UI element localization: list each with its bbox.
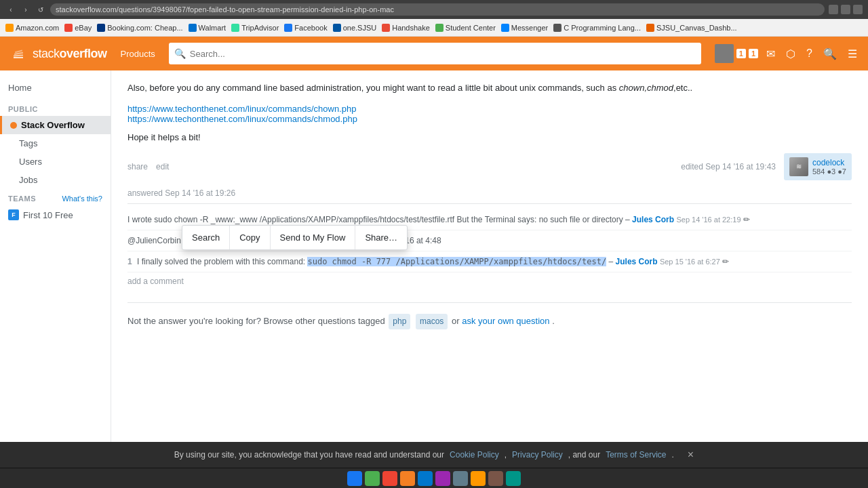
left-sidebar: Home PUBLIC Stack Overflow Tags Users Jo… bbox=[0, 70, 111, 468]
bookmark-amazon[interactable]: Amazon.com bbox=[5, 24, 59, 32]
context-share[interactable]: Share… bbox=[355, 226, 407, 250]
privacy-policy-link[interactable]: Privacy Policy bbox=[512, 450, 563, 460]
dock-icon-5[interactable] bbox=[418, 471, 433, 486]
forward-button[interactable]: › bbox=[20, 4, 31, 15]
whats-this-link[interactable]: What's this? bbox=[62, 195, 102, 203]
dock-icon-7[interactable] bbox=[453, 471, 468, 486]
dock-icon-1[interactable] bbox=[347, 471, 362, 486]
amazon-icon bbox=[5, 24, 14, 32]
bookmark-tripadvisor[interactable]: TripAdvisor bbox=[231, 24, 279, 32]
search-icon-header[interactable]: 🔍 bbox=[821, 45, 840, 63]
mac-dock bbox=[0, 468, 868, 488]
team-icon: F bbox=[8, 209, 19, 220]
content-area: Also, before you do any command line bas… bbox=[111, 70, 868, 468]
dock-icon-2[interactable] bbox=[365, 471, 380, 486]
sidebar-item-stackoverflow[interactable]: Stack Overflow bbox=[0, 116, 111, 134]
context-search[interactable]: Search bbox=[182, 226, 230, 250]
context-copy[interactable]: Copy bbox=[230, 226, 270, 250]
browser-icons bbox=[829, 5, 863, 14]
links-section: https://www.techonthenet.com/linux/comma… bbox=[127, 104, 852, 124]
browser-extension-icon-2 bbox=[841, 5, 850, 14]
inbox-icon[interactable]: ✉ bbox=[764, 45, 778, 63]
hope-text: Hope it helps a bit! bbox=[127, 132, 852, 142]
comment-3-user[interactable]: Jules Corb bbox=[616, 257, 658, 266]
back-button[interactable]: ‹ bbox=[5, 4, 16, 15]
booking-icon bbox=[97, 24, 105, 32]
sidebar-item-users[interactable]: Users bbox=[0, 152, 111, 171]
answerer-rep: 584 ●3 ●7 bbox=[812, 167, 846, 176]
dock-icon-3[interactable] bbox=[382, 471, 397, 486]
bookmark-sjsu[interactable]: one.SJSU bbox=[333, 24, 377, 32]
handshake-icon bbox=[382, 24, 390, 32]
bookmark-walmart[interactable]: Walmart bbox=[189, 24, 226, 32]
comment-2: @JulienCorbin that Search Copy Send to M… bbox=[127, 230, 852, 251]
link-chmod[interactable]: https://www.techonthenet.com/linux/comma… bbox=[127, 114, 357, 124]
tos-link[interactable]: Terms of Service bbox=[606, 450, 666, 460]
messenger-icon bbox=[501, 24, 509, 32]
walmart-icon bbox=[189, 24, 197, 32]
achievements-icon[interactable]: ⬡ bbox=[783, 45, 798, 63]
comments-section: I wrote sudo chown -R _www:_www /Applica… bbox=[127, 203, 852, 272]
cookie-banner: By using our site, you acknowledge that … bbox=[0, 442, 868, 468]
search-bar[interactable]: 🔍 bbox=[169, 43, 701, 64]
dock-icon-4[interactable] bbox=[400, 471, 415, 486]
cprog-icon bbox=[553, 24, 561, 32]
dock-icon-10[interactable] bbox=[506, 471, 521, 486]
help-icon[interactable]: ? bbox=[804, 45, 815, 62]
comment-1-user[interactable]: Jules Corb bbox=[632, 215, 674, 224]
so-logo[interactable]: stackoverflow bbox=[8, 43, 107, 64]
comment-3: 1 I finally solved the problem with this… bbox=[127, 251, 852, 272]
sidebar-item-home[interactable]: Home bbox=[0, 79, 111, 97]
teams-header: TEAMS What's this? bbox=[0, 189, 111, 205]
refresh-button[interactable]: ↺ bbox=[35, 4, 46, 15]
ask-own-question-link[interactable]: ask your own question bbox=[462, 316, 549, 326]
answer-intro-text: Also, before you do any command line bas… bbox=[127, 81, 852, 96]
dock-icon-8[interactable] bbox=[471, 471, 486, 486]
main-container: Home PUBLIC Stack Overflow Tags Users Jo… bbox=[0, 70, 868, 468]
menu-icon[interactable]: ☰ bbox=[845, 45, 860, 63]
link-chown[interactable]: https://www.techonthenet.com/linux/comma… bbox=[127, 104, 356, 114]
bookmark-student[interactable]: Student Center bbox=[435, 24, 496, 32]
user-avatar bbox=[715, 44, 734, 63]
context-menu[interactable]: Search Copy Send to My Flow Share… bbox=[182, 225, 408, 251]
bookmark-canvas[interactable]: SJSU_Canvas_Dashb... bbox=[646, 24, 737, 32]
bookmark-ebay[interactable]: eBay bbox=[64, 24, 92, 32]
url-bar[interactable]: stackoverflow.com/questions/39498067/fop… bbox=[50, 3, 825, 16]
php-tag[interactable]: php bbox=[389, 314, 410, 329]
macos-tag[interactable]: macos bbox=[416, 314, 448, 329]
dock-icon-6[interactable] bbox=[435, 471, 450, 486]
notif-badge: 1 bbox=[749, 49, 758, 58]
dock-icon-9[interactable] bbox=[488, 471, 503, 486]
cookie-policy-link[interactable]: Cookie Policy bbox=[450, 450, 499, 460]
bookmark-cprog[interactable]: C Programming Lang... bbox=[553, 24, 641, 32]
answerer-name[interactable]: codelock bbox=[812, 158, 846, 167]
answerer-avatar: ≋ bbox=[789, 157, 808, 176]
bookmark-facebook[interactable]: Facebook bbox=[284, 24, 327, 32]
browser-extension-icon bbox=[829, 5, 838, 14]
bookmark-handshake[interactable]: Handshake bbox=[382, 24, 430, 32]
not-answer-section: Not the answer you're looking for? Brows… bbox=[127, 302, 852, 340]
svg-rect-1 bbox=[14, 57, 23, 58]
bookmark-booking[interactable]: Booking.com: Cheap... bbox=[97, 24, 182, 32]
sidebar-public-label: PUBLIC bbox=[0, 97, 111, 116]
context-send-to-flow[interactable]: Send to My Flow bbox=[271, 226, 356, 250]
add-comment-link[interactable]: add a comment bbox=[127, 277, 852, 286]
products-nav-link[interactable]: Products bbox=[121, 49, 155, 59]
so-logo-icon bbox=[8, 43, 28, 64]
sidebar-item-jobs[interactable]: Jobs bbox=[0, 171, 111, 189]
share-link[interactable]: share bbox=[127, 162, 148, 171]
ebay-icon bbox=[64, 24, 73, 32]
student-icon bbox=[435, 24, 443, 32]
tripadvisor-icon bbox=[231, 24, 239, 32]
sidebar-team-first-free[interactable]: F First 10 Free bbox=[0, 205, 111, 224]
edit-link[interactable]: edit bbox=[156, 162, 169, 171]
bookmark-messenger[interactable]: Messenger bbox=[501, 24, 548, 32]
url-text: stackoverflow.com/questions/39498067/fop… bbox=[56, 5, 394, 14]
search-input[interactable] bbox=[190, 49, 696, 59]
browser-bar: ‹ › ↺ stackoverflow.com/questions/394980… bbox=[0, 0, 868, 19]
cookie-close-button[interactable]: × bbox=[688, 449, 694, 461]
sidebar-item-tags[interactable]: Tags bbox=[0, 134, 111, 152]
comment-3-vote: 1 bbox=[127, 257, 132, 266]
search-icon: 🔍 bbox=[174, 48, 186, 59]
edited-label: edited Sep 14 '16 at 19:43 bbox=[681, 162, 776, 171]
